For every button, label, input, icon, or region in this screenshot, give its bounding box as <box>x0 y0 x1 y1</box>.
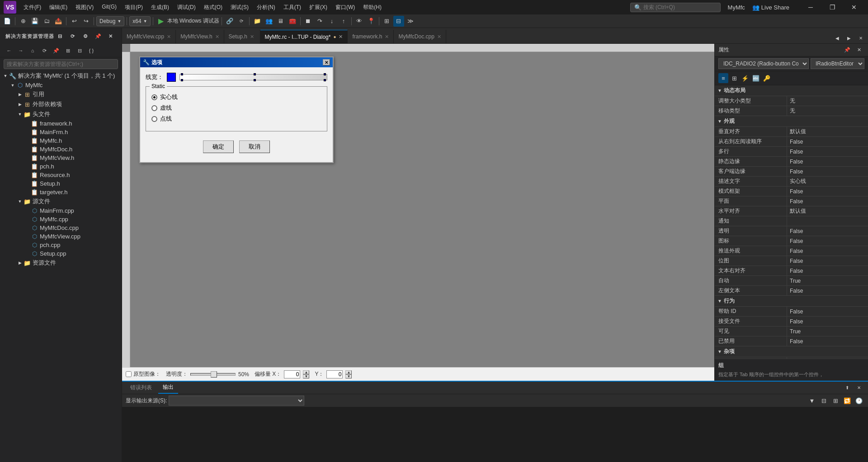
restore-button[interactable]: ❐ <box>822 0 843 14</box>
tab-scroll-left[interactable]: ◀ <box>832 33 843 43</box>
toolbar-newfile[interactable]: 📄 <box>2 16 13 27</box>
sidebar-pin[interactable]: 📌 <box>93 31 104 42</box>
cancel-button[interactable]: 取消 <box>239 140 270 153</box>
sidebar-item-sources[interactable]: ▼ 📁 源文件 <box>0 196 122 206</box>
sidebar-collapse-all[interactable]: ⊟ <box>55 31 66 42</box>
output-source-select[interactable] <box>169 396 304 406</box>
radio-dotted[interactable]: 点线 <box>151 115 321 123</box>
radio-solid[interactable]: 实心线 <box>151 93 321 101</box>
toolbar-breakpoints[interactable]: ⏹ <box>303 16 314 27</box>
project-node[interactable]: ▼ ⬡ MyMfc <box>0 81 122 89</box>
menu-help[interactable]: 帮助(H) <box>359 2 385 13</box>
dialog-close-button[interactable]: ✕ <box>323 59 330 65</box>
line-color-button[interactable] <box>167 73 176 82</box>
tab-mymfcdoc-cpp-close[interactable]: ✕ <box>437 34 441 40</box>
sidebar-item-external-deps[interactable]: ▶ ⊞ 外部依赖项 <box>0 99 122 109</box>
output-close[interactable]: ✕ <box>854 383 864 393</box>
tab-scroll-right[interactable]: ▶ <box>844 33 854 43</box>
tab-setup-h-close[interactable]: ✕ <box>250 34 254 40</box>
offset-y-down[interactable]: ▼ <box>345 374 352 378</box>
toolbar-more[interactable]: ≫ <box>405 16 416 27</box>
opacity-slider[interactable] <box>190 373 236 376</box>
sidebar-cmd[interactable]: { } <box>86 45 97 56</box>
toolbar-attach[interactable]: 🔗 <box>224 16 235 27</box>
dialog-editor[interactable]: 🔧 选项 ✕ 线宽： <box>122 44 714 381</box>
toolbar-redo[interactable]: ↪ <box>80 16 91 27</box>
prop-icon-filter[interactable]: 🔑 <box>762 73 772 83</box>
ok-button[interactable]: 确定 <box>203 140 234 153</box>
offset-x-down[interactable]: ▼ <box>303 374 309 378</box>
sidebar-item-mymfc-h[interactable]: 📋 MyMfc.h <box>0 136 122 145</box>
line-width-track[interactable] <box>179 74 327 80</box>
menu-analyze[interactable]: 分析(N) <box>253 2 279 13</box>
prop-icon-events[interactable]: ⚡ <box>740 73 750 83</box>
toolbar-server-explorer[interactable]: 🖥 <box>275 16 286 27</box>
sidebar-expand[interactable]: ⊞ <box>62 45 73 56</box>
prop-icon-sort[interactable]: 🔤 <box>751 73 761 83</box>
sidebar-close[interactable]: ✕ <box>105 31 116 42</box>
toolbar-layout[interactable]: ⊟ <box>393 16 404 27</box>
output-btn-3[interactable]: ⊞ <box>830 395 841 406</box>
prop-value-visible[interactable]: True <box>787 327 868 336</box>
output-btn-2[interactable]: ⊟ <box>818 395 829 406</box>
toolbar-solution-explorer[interactable]: 📁 <box>252 16 263 27</box>
solution-node[interactable]: ▼ 🔧 解决方案 'MyMfc' (1 个项目，共 1 个) <box>0 71 122 81</box>
toolbar-save-all[interactable]: 💾 <box>29 16 40 27</box>
sidebar-refresh[interactable]: ⟳ <box>67 31 78 42</box>
output-float[interactable]: ⬆ <box>842 383 853 393</box>
output-btn-4[interactable]: 🔁 <box>842 395 853 406</box>
sidebar-item-mymfcview-cpp[interactable]: ⬡ MyMfcView.cpp <box>0 232 122 241</box>
output-tab-errors[interactable]: 错误列表 <box>126 382 156 393</box>
sidebar-item-resource-h[interactable]: 📋 Resource.h <box>0 171 122 179</box>
tab-setup-h[interactable]: Setup.h ✕ <box>224 30 260 43</box>
sidebar-filter[interactable]: ⊟ <box>74 45 85 56</box>
output-tab-output[interactable]: 输出 <box>158 382 178 394</box>
sidebar-item-mymfcdoc-cpp[interactable]: ⬡ MyMfcDoc.cpp <box>0 224 122 232</box>
sidebar-item-mymfcdoc-h[interactable]: 📋 MyMfcDoc.h <box>0 145 122 154</box>
sidebar-item-pch-cpp[interactable]: ⬡ pch.cpp <box>0 241 122 249</box>
prop-value-icon[interactable]: False <box>787 237 868 245</box>
tab-mymfcview-h-close[interactable]: ✕ <box>215 34 219 40</box>
toolbar-refresh[interactable]: ⟳ <box>236 16 247 27</box>
menu-window[interactable]: 窗口(W) <box>332 2 359 13</box>
offset-x-input[interactable] <box>284 370 300 378</box>
debug-config-dropdown[interactable]: Debug ▼ <box>96 16 124 26</box>
toolbar-publish[interactable]: 📤 <box>53 16 64 27</box>
prop-value-transparent[interactable]: False <box>787 227 868 235</box>
toolbar-watch[interactable]: 👁 <box>354 16 365 27</box>
opacity-slider-thumb[interactable] <box>211 371 217 378</box>
toolbar-grid[interactable]: ⊞ <box>382 16 392 27</box>
section-header-appearance[interactable]: ▼ 外观 <box>715 116 868 127</box>
sidebar-item-mymfc-cpp[interactable]: ⬡ MyMfc.cpp <box>0 215 122 224</box>
prop-value-rtl[interactable]: False <box>787 138 868 146</box>
menu-view[interactable]: 视图(V) <box>72 2 97 13</box>
offset-y-spin[interactable]: ▲ ▼ <box>345 370 352 378</box>
prop-value-left-text[interactable]: False <box>787 287 868 295</box>
prop-value-bitmap[interactable]: False <box>787 257 868 265</box>
prop-icon-list[interactable]: ≡ <box>718 73 728 83</box>
toolbar-step-out[interactable]: ↑ <box>338 16 349 27</box>
menu-tools[interactable]: 工具(T) <box>280 2 305 13</box>
search-input[interactable] <box>643 4 707 10</box>
prop-value-move-type[interactable]: 无 <box>787 106 868 116</box>
output-btn-5[interactable]: 🕐 <box>854 395 864 406</box>
prop-value-notify[interactable] <box>787 220 868 222</box>
prop-value-halign[interactable]: 默认值 <box>787 206 868 216</box>
tab-close-active[interactable]: ✕ <box>855 33 866 43</box>
sidebar-nav-back[interactable]: ← <box>4 45 14 56</box>
toolbar-step-over[interactable]: ↷ <box>315 16 326 27</box>
tab-mymfcview-cpp-close[interactable]: ✕ <box>167 34 171 40</box>
sidebar-item-mymfcview-h[interactable]: 📋 MyMfcView.h <box>0 154 122 162</box>
prop-value-modal-frame[interactable]: False <box>787 187 868 196</box>
toolbar-team-explorer[interactable]: 👥 <box>264 16 274 27</box>
offset-y-input[interactable] <box>326 370 343 378</box>
prop-value-valign[interactable]: 默认值 <box>787 127 868 136</box>
toolbar-step-in[interactable]: ↓ <box>326 16 337 27</box>
sidebar-item-resources[interactable]: ▶ 📁 资源文件 <box>0 258 122 268</box>
prototype-image-checkbox[interactable] <box>126 371 132 377</box>
tab-mymfc-rc[interactable]: MyMfc.rc - I...TUP - Dialog* ● ✕ <box>260 30 348 43</box>
menu-format[interactable]: 格式(O) <box>200 2 226 13</box>
menu-project[interactable]: 项目(P) <box>121 2 146 13</box>
menu-extensions[interactable]: 扩展(X) <box>306 2 331 13</box>
offset-y-up[interactable]: ▲ <box>345 370 352 374</box>
